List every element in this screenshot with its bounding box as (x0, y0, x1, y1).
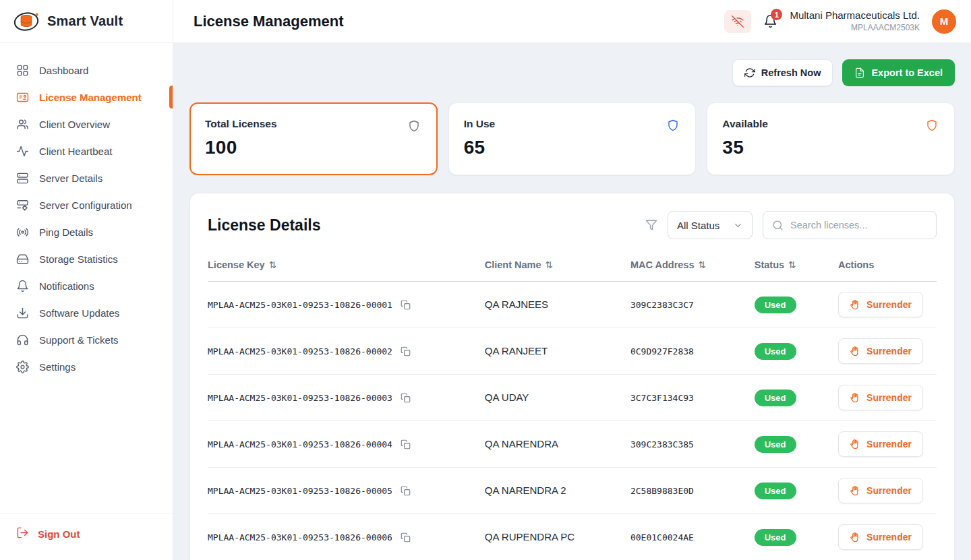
client-name: QA UDAY (485, 392, 529, 403)
refresh-button[interactable]: Refresh Now (732, 59, 833, 86)
wifi-off-icon (732, 15, 744, 28)
app-root: Smart Vault DashboardLicense ManagementC… (0, 0, 971, 560)
stat-card-in-use[interactable]: In Use65 (448, 102, 697, 175)
export-button[interactable]: Export to Excel (842, 59, 955, 86)
stat-card-total-licenses[interactable]: Total Licenses100 (189, 102, 438, 175)
connection-status-button[interactable] (724, 10, 751, 33)
download-icon (16, 306, 30, 319)
panel-tools: All Status (645, 211, 937, 239)
sort-icon: ⇅ (699, 259, 707, 270)
hand-icon (850, 532, 860, 542)
table-row: MPLAA-ACM25-03K01-09253-10826-00004QA NA… (208, 421, 937, 468)
storage-icon (16, 252, 30, 266)
surrender-button[interactable]: Surrender (838, 478, 923, 503)
sidebar-item-server-details[interactable]: Server Details (0, 164, 173, 191)
license-icon (16, 90, 30, 104)
company-info: Multani Pharmaceuticals Ltd. MPLAAACM250… (790, 9, 920, 33)
page-title: License Management (194, 13, 344, 30)
actions-row: Refresh Now Export to Excel (189, 59, 955, 86)
client-name: QA RANJEET (485, 345, 548, 356)
sidebar-item-label: Server Details (39, 173, 102, 184)
surrender-button[interactable]: Surrender (838, 292, 923, 317)
column-header-client-name[interactable]: Client Name⇅ (485, 246, 630, 282)
column-header-license-key[interactable]: License Key⇅ (208, 246, 485, 282)
surrender-label: Surrender (866, 439, 912, 449)
company-name: Multani Pharmaceuticals Ltd. (790, 9, 920, 22)
sidebar-item-ping-details[interactable]: Ping Details (0, 218, 173, 245)
status-filter-select[interactable]: All Status (668, 211, 753, 239)
sidebar-item-label: Storage Statistics (39, 253, 118, 265)
search-input[interactable] (790, 220, 927, 230)
copy-icon[interactable] (399, 392, 412, 404)
sort-icon: ⇅ (788, 259, 796, 270)
copy-icon[interactable] (399, 438, 412, 451)
surrender-label: Surrender (866, 485, 912, 496)
license-key: MPLAA-ACM25-03K01-09253-10826-00002 (208, 346, 392, 356)
sign-out-button[interactable]: Sign Out (16, 526, 80, 541)
export-label: Export to Excel (871, 67, 943, 78)
surrender-label: Surrender (866, 346, 912, 356)
filter-icon[interactable] (645, 219, 657, 231)
mac-address: 3C7C3F134C93 (630, 393, 694, 403)
brand[interactable]: Smart Vault (0, 0, 173, 43)
status-badge: Used (755, 390, 796, 406)
bell-icon (16, 279, 30, 292)
sidebar-item-support-tickets[interactable]: Support & Tickets (0, 326, 173, 353)
sidebar-item-storage-statistics[interactable]: Storage Statistics (0, 245, 173, 272)
table-row: MPLAA-ACM25-03K01-09253-10826-00003QA UD… (208, 375, 937, 421)
shield-icon (667, 119, 679, 131)
surrender-button[interactable]: Surrender (838, 385, 923, 410)
logout-icon (16, 526, 29, 541)
sidebar-item-label: Server Configuration (39, 199, 132, 211)
column-header-status[interactable]: Status⇅ (755, 246, 838, 282)
sidebar-item-client-overview[interactable]: Client Overview (0, 111, 173, 137)
refresh-icon (744, 67, 755, 78)
sidebar-footer: Sign Out (0, 514, 173, 560)
client-name: QA NARENDRA 2 (485, 485, 566, 496)
table-row: MPLAA-ACM25-03K01-09253-10826-00006QA RU… (208, 514, 937, 560)
stat-label: Available (722, 118, 939, 130)
avatar[interactable]: M (932, 9, 956, 34)
hand-icon (850, 299, 860, 310)
surrender-button[interactable]: Surrender (838, 338, 923, 364)
sidebar-item-dashboard[interactable]: Dashboard (0, 57, 173, 84)
settings-icon (16, 360, 30, 373)
column-header-mac-address[interactable]: MAC Address⇅ (630, 246, 755, 282)
sidebar-item-label: License Management (39, 92, 142, 103)
surrender-button[interactable]: Surrender (838, 431, 923, 457)
copy-icon[interactable] (399, 345, 412, 358)
license-table: License Key⇅Client Name⇅MAC Address⇅Stat… (208, 246, 937, 560)
refresh-label: Refresh Now (761, 67, 821, 78)
shield-icon (408, 120, 420, 132)
notification-badge: 1 (771, 9, 782, 20)
brand-name: Smart Vault (47, 13, 123, 29)
chevron-down-icon (733, 220, 743, 230)
hand-icon (850, 439, 860, 449)
surrender-label: Surrender (866, 532, 912, 542)
copy-icon[interactable] (399, 299, 412, 311)
sidebar-item-software-updates[interactable]: Software Updates (0, 299, 173, 326)
client-name: QA RUPENDRA PC (485, 531, 575, 542)
topbar: License Management 1 Multani Pharmaceuti… (173, 0, 971, 43)
status-badge: Used (755, 343, 796, 360)
sidebar-item-settings[interactable]: Settings (0, 353, 173, 380)
stat-card-available[interactable]: Available35 (707, 102, 955, 175)
sort-icon: ⇅ (546, 259, 554, 270)
stat-value: 100 (205, 137, 422, 158)
stat-value: 65 (464, 137, 681, 158)
license-key: MPLAA-ACM25-03K01-09253-10826-00004 (208, 439, 392, 449)
stat-cards: Total Licenses100In Use65Available35 (189, 102, 955, 175)
mac-address: 309C2383C3C7 (630, 300, 694, 310)
company-code: MPLAAACM2503K (790, 23, 920, 33)
copy-icon[interactable] (399, 485, 412, 497)
license-key: MPLAA-ACM25-03K01-09253-10826-00001 (208, 300, 392, 310)
sidebar-item-client-heartbeat[interactable]: Client Heartbeat (0, 137, 173, 164)
surrender-button[interactable]: Surrender (838, 524, 923, 550)
copy-icon[interactable] (399, 531, 412, 544)
license-details-panel: License Details All Status (189, 193, 955, 560)
sidebar-item-notifications[interactable]: Notifications (0, 272, 173, 299)
notifications-button[interactable]: 1 (763, 14, 777, 28)
server-config-icon (16, 198, 30, 212)
sidebar-item-license-management[interactable]: License Management (0, 84, 173, 111)
sidebar-item-server-configuration[interactable]: Server Configuration (0, 191, 173, 218)
